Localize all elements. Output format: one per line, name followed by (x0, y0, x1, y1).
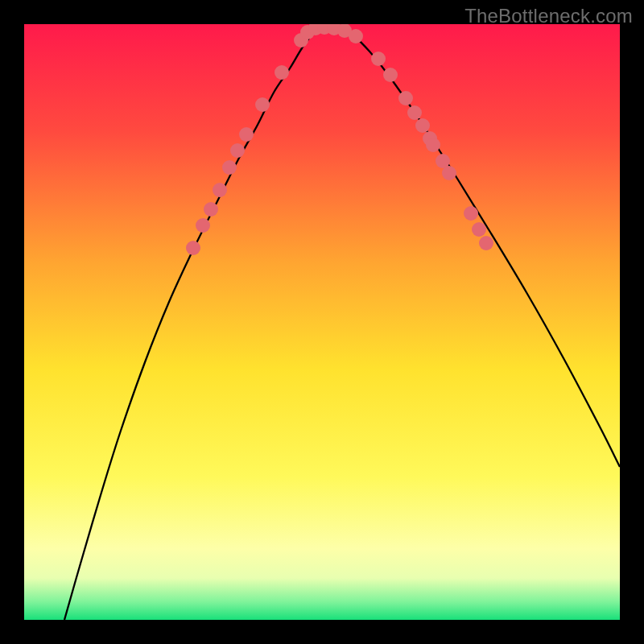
watermark-text: TheBottleneck.com (464, 5, 633, 27)
highlight-dot (371, 52, 386, 66)
highlight-dot (196, 218, 210, 233)
highlight-dot (415, 118, 430, 133)
gradient-plot-area (24, 24, 620, 620)
highlight-dot (398, 91, 413, 105)
highlight-dot (204, 202, 218, 217)
highlight-dots-group (186, 24, 493, 255)
highlight-dot (442, 166, 456, 180)
outer-frame: TheBottleneck.com (0, 0, 644, 644)
plot-svg (24, 24, 620, 620)
highlight-dot (383, 68, 398, 82)
highlight-dot (239, 127, 254, 142)
highlight-dot (426, 138, 440, 152)
highlight-dot (213, 183, 227, 197)
bottleneck-curve (64, 27, 620, 620)
highlight-dot (275, 65, 289, 80)
highlight-dot (186, 241, 200, 255)
highlight-dot (230, 143, 245, 158)
highlight-dot (407, 105, 422, 120)
highlight-dot (479, 236, 493, 250)
highlight-dot (222, 160, 237, 175)
highlight-dot (464, 206, 478, 221)
highlight-dot (255, 97, 270, 112)
highlight-dot (349, 29, 363, 43)
highlight-dot (472, 222, 486, 237)
